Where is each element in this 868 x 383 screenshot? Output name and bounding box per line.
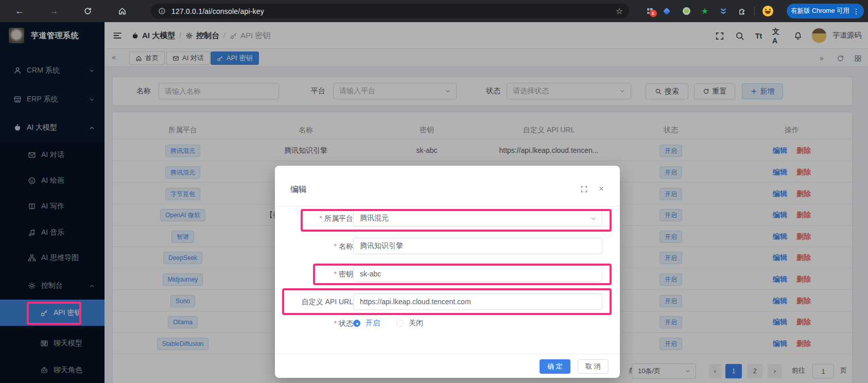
cancel-button[interactable]: 取 消: [578, 359, 609, 374]
toolbar-separator: [748, 0, 761, 22]
bookmark-star-icon[interactable]: ☆: [616, 6, 623, 16]
name-input[interactable]: [353, 238, 602, 254]
profile-avatar-icon[interactable]: [761, 0, 774, 22]
dialog-fullscreen-icon[interactable]: [580, 185, 588, 193]
browser-address-bar[interactable]: 127.0.0.1/ai/console/api-key ☆: [151, 4, 629, 19]
confirm-button[interactable]: 确 定: [540, 359, 570, 374]
extension-chevrons-icon[interactable]: [717, 0, 730, 22]
extension-star-icon[interactable]: ★: [698, 0, 711, 22]
browser-toolbar: ← → 127.0.0.1/ai/console/api-key ☆ 6 ★: [0, 0, 868, 22]
dialog-footer-divider: [275, 354, 620, 354]
platform-select[interactable]: 腾讯混元: [353, 210, 602, 227]
url-input[interactable]: [353, 293, 602, 310]
dialog-title: 编辑: [290, 184, 307, 195]
browser-reload-icon[interactable]: [81, 0, 94, 22]
screenshot-root: ← → 127.0.0.1/ai/console/api-key ☆ 6 ★: [0, 0, 868, 383]
select-value: 腾讯混元: [360, 214, 389, 223]
chrome-update-label: 有新版 Chrome 可用: [791, 7, 849, 15]
extension-kite-icon[interactable]: [660, 0, 673, 22]
radio-off[interactable]: [396, 320, 404, 327]
radio-on[interactable]: [353, 320, 360, 327]
extensions-puzzle-icon[interactable]: [735, 0, 749, 22]
field-label-status: 状态: [282, 315, 353, 332]
extension-circle-icon[interactable]: [680, 0, 693, 22]
chrome-menu-icon[interactable]: ⋮: [853, 7, 860, 15]
field-label-url: 自定义 API URL: [282, 293, 353, 310]
site-info-icon[interactable]: [158, 7, 166, 15]
browser-home-icon[interactable]: [116, 0, 128, 22]
status-radio-group: 开启 关闭: [353, 316, 435, 330]
browser-forward-icon[interactable]: →: [48, 0, 60, 22]
extension-badge: 6: [650, 10, 657, 17]
dialog-divider: [275, 206, 620, 206]
radio-on-label[interactable]: 开启: [366, 319, 380, 328]
key-input[interactable]: [353, 266, 602, 282]
dialog-close-icon[interactable]: ×: [597, 185, 605, 193]
field-label-platform: 所属平台: [282, 210, 353, 227]
extension-grid-icon[interactable]: 6: [643, 0, 656, 22]
field-label-name: 名称: [282, 238, 353, 254]
chevron-down-icon: [590, 215, 597, 222]
radio-off-label[interactable]: 关闭: [409, 319, 423, 328]
field-label-key: 密钥: [282, 266, 353, 282]
browser-back-icon[interactable]: ←: [13, 0, 26, 22]
url-text: 127.0.0.1/ai/console/api-key: [171, 7, 264, 15]
edit-dialog: 编辑 × 所属平台 腾讯混元 名称 密钥 自定义 API URL 状态 开启 关…: [275, 166, 620, 378]
chrome-update-button[interactable]: 有新版 Chrome 可用 ⋮: [787, 4, 864, 19]
